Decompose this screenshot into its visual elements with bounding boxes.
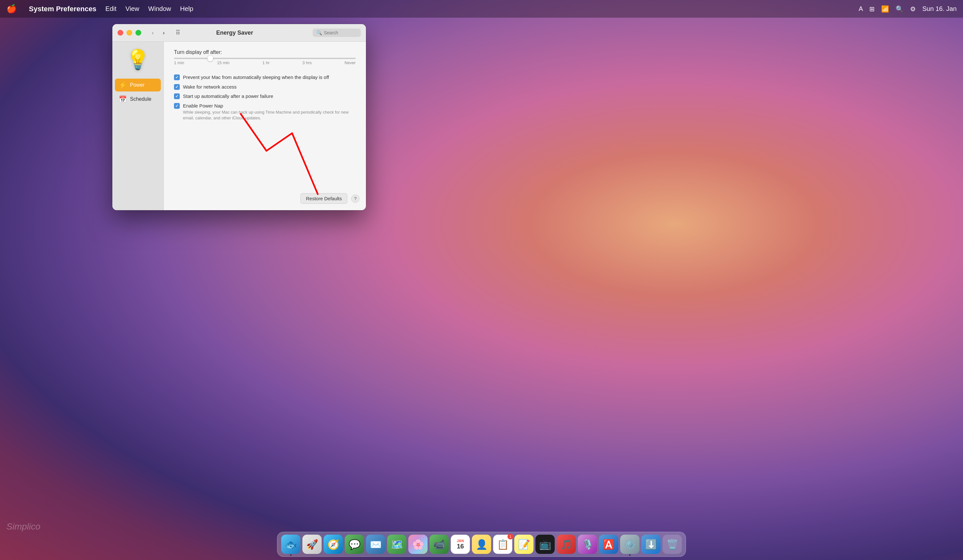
apple-logo-icon[interactable]: 🍎 (6, 4, 17, 14)
dock-item-finder[interactable]: 🐟 (281, 535, 300, 554)
menubar-right: A ⊞ 📶 🔍 ⚙ Sun 16. Jan (859, 5, 957, 13)
appletv-icon: 📺 (539, 539, 551, 550)
power-icon: ⚡ (119, 81, 127, 89)
reminders-icon: 📋 (497, 539, 509, 550)
dock: 🐟 🚀 🧭 💬 ✉️ 🗺️ 🌸 📹 JAN 16 👤 📋 1 📝 📺 (277, 532, 686, 557)
prevent-sleep-label: Prevent your Mac from automatically slee… (183, 74, 329, 81)
slider-label-1hr: 1 hr (262, 60, 269, 65)
slider-label-3hrs: 3 hrs (302, 60, 312, 65)
search-input[interactable] (324, 30, 357, 35)
sidebar-item-power[interactable]: ⚡ Power (115, 79, 161, 91)
checkbox-power-nap[interactable] (174, 103, 180, 109)
photos-icon: 🌸 (412, 539, 424, 550)
checkbox-item-prevent-sleep: Prevent your Mac from automatically slee… (174, 74, 356, 81)
dock-item-contacts[interactable]: 👤 (472, 535, 491, 554)
traffic-lights (117, 30, 141, 36)
energy-bulb-icon: 💡 (126, 48, 150, 71)
window-title: Energy Saver (160, 29, 309, 36)
mail-icon: ✉️ (370, 539, 382, 550)
dock-item-appletv[interactable]: 📺 (535, 535, 555, 554)
wifi-icon[interactable]: 📶 (881, 5, 889, 13)
dock-item-downloads[interactable]: ⬇️ (641, 535, 661, 554)
maximize-button[interactable] (135, 30, 141, 36)
slider-label-1min: 1 min (174, 60, 184, 65)
titlebar: ‹ › ⠿ Energy Saver 🔍 (112, 24, 366, 42)
dock-item-messages[interactable]: 💬 (345, 535, 364, 554)
dock-item-maps[interactable]: 🗺️ (387, 535, 406, 554)
dock-item-mail[interactable]: ✉️ (366, 535, 385, 554)
checkbox-wake-network[interactable] (174, 84, 180, 90)
power-nap-sublabel: While sleeping, your Mac can back up usi… (183, 109, 356, 121)
sysprefs-icon: ⚙️ (624, 539, 636, 550)
help-button[interactable]: ? (351, 194, 360, 203)
dock-item-photos[interactable]: 🌸 (408, 535, 428, 554)
menubar-help[interactable]: Help (180, 5, 193, 13)
font-icon: A (859, 5, 863, 13)
slider-fill (174, 58, 210, 59)
checkbox-prevent-sleep-text: Prevent your Mac from automatically slee… (183, 74, 329, 81)
dock-item-trash[interactable]: 🗑️ (663, 535, 682, 554)
safari-icon: 🧭 (327, 539, 339, 550)
checkbox-item-power-nap: Enable Power Nap While sleeping, your Ma… (174, 103, 356, 121)
minimize-button[interactable] (126, 30, 132, 36)
dock-item-calendar[interactable]: JAN 16 (451, 535, 470, 554)
checkbox-item-startup-power: Start up automatically after a power fai… (174, 93, 356, 99)
slider-labels: 1 min 15 min 1 hr 3 hrs Never (174, 60, 356, 65)
display-off-section: Turn display off after: 1 min 15 min 1 h… (174, 49, 356, 68)
dock-item-notes[interactable]: 📝 (514, 535, 533, 554)
trash-icon: 🗑️ (666, 539, 678, 550)
menubar-time: Sun 16. Jan (922, 5, 957, 13)
dock-item-sysprefs[interactable]: ⚙️ (620, 535, 639, 554)
calendar-day: 16 (457, 543, 464, 550)
checkbox-wake-network-text: Wake for network access (183, 84, 237, 90)
sidebar-schedule-label: Schedule (130, 96, 151, 102)
back-button[interactable]: ‹ (148, 28, 157, 37)
menubar-window[interactable]: Window (148, 5, 171, 13)
energy-saver-window: ‹ › ⠿ Energy Saver 🔍 💡 ⚡ Power 📅 Schedul… (112, 24, 366, 210)
watermark: Simplico (0, 521, 41, 532)
notes-icon: 📝 (518, 539, 530, 550)
downloads-icon: ⬇️ (645, 539, 657, 550)
dock-item-facetime[interactable]: 📹 (430, 535, 449, 554)
bulb-image: 💡 (115, 48, 161, 71)
bottom-bar: Restore Defaults ? (300, 193, 360, 204)
menubar-app-name[interactable]: System Preferences (29, 5, 96, 13)
schedule-icon: 📅 (119, 95, 127, 103)
launchpad-icon: 🚀 (306, 539, 318, 550)
sidebar: 💡 ⚡ Power 📅 Schedule (112, 42, 164, 210)
restore-defaults-button[interactable]: Restore Defaults (300, 193, 347, 204)
facetime-icon: 📹 (433, 539, 445, 550)
menubar-left: 🍎 System Preferences Edit View Window He… (6, 4, 193, 14)
checkbox-startup-power-text: Start up automatically after a power fai… (183, 93, 273, 99)
dock-item-podcasts[interactable]: 🎙️ (578, 535, 597, 554)
display-slider-container: 1 min 15 min 1 hr 3 hrs Never (174, 58, 356, 65)
sidebar-item-schedule[interactable]: 📅 Schedule (115, 93, 161, 105)
podcasts-icon: 🎙️ (582, 539, 593, 550)
reminders-badge: 1 (507, 534, 513, 539)
checkbox-prevent-sleep[interactable] (174, 74, 180, 80)
dock-item-appstore[interactable]: 🅰️ (599, 535, 618, 554)
dock-item-reminders[interactable]: 📋 1 (493, 535, 512, 554)
control-center-icon[interactable]: ⚙ (910, 5, 916, 13)
menubar: 🍎 System Preferences Edit View Window He… (0, 0, 963, 18)
appstore-icon: 🅰️ (603, 539, 615, 550)
dock-item-music[interactable]: 🎵 (557, 535, 576, 554)
checkbox-list: Prevent your Mac from automatically slee… (174, 74, 356, 121)
power-nap-label: Enable Power Nap (183, 103, 356, 109)
dock-item-safari[interactable]: 🧭 (324, 535, 343, 554)
checkbox-startup-power[interactable] (174, 93, 180, 99)
messages-icon: 💬 (349, 539, 360, 550)
mirror-icon: ⊞ (869, 5, 875, 13)
slider-label-never: Never (344, 60, 356, 65)
menubar-view[interactable]: View (125, 5, 139, 13)
checkbox-power-nap-text: Enable Power Nap While sleeping, your Ma… (183, 103, 356, 121)
close-button[interactable] (117, 30, 123, 36)
music-icon: 🎵 (561, 539, 572, 550)
slider-thumb[interactable] (208, 55, 213, 61)
display-off-label: Turn display off after: (174, 49, 356, 55)
main-content: Turn display off after: 1 min 15 min 1 h… (164, 42, 366, 210)
menubar-edit[interactable]: Edit (105, 5, 116, 13)
search-bar[interactable]: 🔍 (313, 29, 361, 37)
dock-item-launchpad[interactable]: 🚀 (302, 535, 322, 554)
search-icon[interactable]: 🔍 (896, 5, 904, 13)
